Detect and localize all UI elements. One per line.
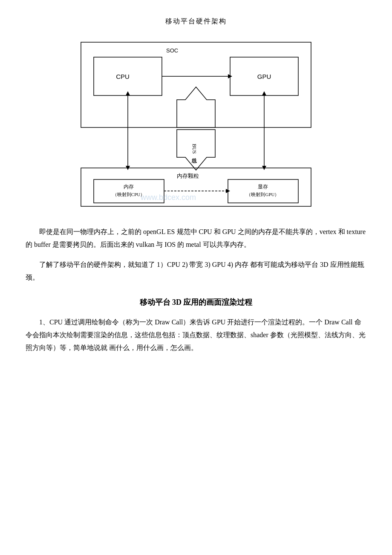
svg-marker-11 — [177, 87, 215, 127]
paragraph-3: 1、CPU 通过调用绘制命令（称为一次 Draw Call）来告诉 GPU 开始… — [26, 316, 366, 355]
svg-rect-15 — [228, 179, 298, 203]
section-heading: 移动平台 3D 应用的画面渲染过程 — [26, 297, 366, 307]
paragraph-1: 即使是在同一物理内存上，之前的 openGL ES 规范中 CPU 和 GPU … — [26, 225, 366, 251]
watermark-text: www.bdcex.com — [140, 193, 196, 202]
vram-label1: 显存 — [258, 184, 268, 190]
architecture-diagram: SOC CPU GPU — [72, 34, 320, 213]
page-container: 移动平台硬件架构 SOC CPU GPU — [26, 17, 366, 355]
memory-section-label: 内存颗粒 — [177, 173, 199, 179]
architecture-svg: SOC CPU GPU — [72, 34, 320, 213]
svg-marker-10 — [262, 91, 266, 95]
diagram-section: 移动平台硬件架构 SOC CPU GPU — [26, 17, 366, 213]
paragraph-2: 了解了移动平台的硬件架构，就知道了 1）CPU 2) 带宽 3) GPU 4) … — [26, 258, 366, 284]
ram-label1: 内存 — [124, 184, 134, 190]
text-section: 即使是在同一物理内存上，之前的 openGL ES 规范中 CPU 和 GPU … — [26, 225, 366, 284]
diagram-title: 移动平台硬件架构 — [165, 17, 227, 26]
gpu-label: GPU — [257, 73, 271, 80]
vram-label2: （映射到GPU） — [246, 192, 279, 197]
cpu-label: CPU — [116, 73, 130, 80]
svg-marker-7 — [126, 91, 130, 95]
soc-label: SOC — [166, 47, 178, 54]
ram-label2: （映射到CPU） — [112, 192, 145, 197]
text-section-2: 1、CPU 通过调用绘制命令（称为一次 Draw Call）来告诉 GPU 开始… — [26, 316, 366, 355]
